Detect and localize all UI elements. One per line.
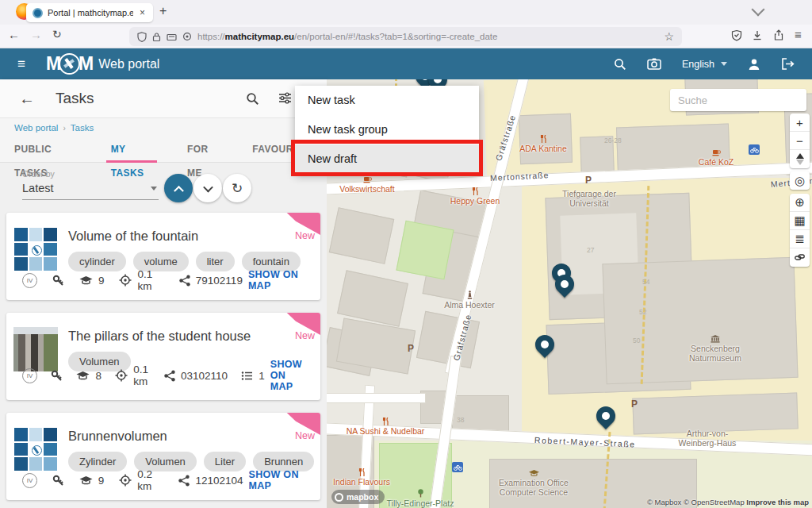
parking-marker: P [631, 398, 638, 410]
sort-ascending-button[interactable] [164, 174, 193, 202]
location-permission-icon[interactable] [182, 32, 192, 41]
parking-marker: P [585, 175, 592, 186]
back-arrow-button[interactable]: ← [19, 90, 35, 108]
show-on-map-link[interactable]: SHOW ON MAP [249, 469, 311, 491]
show-on-map-link[interactable]: SHOW ON MAP [270, 359, 311, 392]
refresh-button[interactable]: ↻ [223, 174, 251, 202]
breadcrumb-current-link[interactable]: Tasks [71, 123, 94, 133]
mcm-logo[interactable]: M M Web portal [46, 53, 159, 75]
poi-label: SenckenbergNaturmuseum [668, 335, 763, 363]
key-icon [51, 370, 63, 382]
lock-icon[interactable] [152, 32, 161, 42]
order-caret-icon [151, 187, 157, 190]
header-search-icon[interactable] [614, 58, 626, 71]
mapbox-logo[interactable]: mapbox [331, 490, 385, 504]
poi-label: Indian Flavours [328, 468, 395, 487]
layers-button[interactable]: ≣ [790, 230, 810, 248]
task-card[interactable]: New Volume of the fountain cylinder volu… [6, 213, 320, 300]
key-icon [52, 275, 64, 287]
bookmark-star-icon[interactable]: ☆ [664, 30, 674, 43]
cafe-icon [712, 149, 721, 156]
tab-my-tasks[interactable]: MY TASKS [100, 137, 163, 163]
annotation-highlight-box [291, 140, 483, 176]
language-selector[interactable]: English [682, 59, 727, 70]
cafe-icon [363, 176, 372, 183]
tab-public-tasks[interactable]: PUBLIC TASKS [0, 137, 86, 163]
zoom-out-button[interactable]: − [790, 132, 810, 150]
browser-menu-icon[interactable]: ≡ [795, 28, 802, 41]
pocket-shield-icon[interactable] [731, 29, 742, 41]
tab-title: Portal | mathcitymap.eu [48, 8, 133, 17]
browser-navbar: ← → ↻ https://mathcitymap.eu/en/portal-e… [0, 25, 812, 48]
panel-search-icon[interactable] [246, 92, 259, 106]
difficulty-level-badge: IV [22, 368, 37, 383]
locate-button[interactable]: ◎ [790, 171, 810, 190]
grade-value: 9 [98, 275, 105, 287]
grade-value: 9 [98, 475, 105, 487]
attribution-osm[interactable]: © OpenStreetMap [684, 498, 745, 506]
difficulty-level-badge: IV [22, 273, 37, 288]
container-icon[interactable] [167, 33, 177, 41]
browser-tab[interactable]: Portal | mathcitymap.eu × [26, 3, 153, 22]
new-tab-button[interactable]: + [159, 4, 167, 18]
compass-logo-icon [59, 53, 80, 75]
distance-value: 0.1 km [137, 268, 164, 292]
grade-cap-icon [79, 275, 93, 286]
sort-descending-button[interactable] [193, 174, 222, 202]
attribution-improve-link[interactable]: Improve this map [746, 498, 809, 506]
header-camera-icon[interactable] [647, 58, 661, 70]
buildings-button[interactable]: ▦ [790, 212, 810, 230]
task-code: 03102110 [181, 370, 228, 382]
url-bar[interactable]: https://mathcitymap.eu/en/portal-en/#!/t… [129, 27, 682, 46]
app-header: ≡ M M Web portal English [0, 48, 812, 79]
attribution-mapbox[interactable]: © Mapbox [647, 498, 681, 506]
compass-button[interactable] [790, 150, 810, 168]
task-card[interactable]: New The pillars of the student house Vol… [6, 313, 320, 400]
order-by-select[interactable]: Latest [22, 182, 159, 200]
site-favicon [33, 8, 43, 18]
tab-close-icon[interactable]: × [138, 7, 147, 18]
zoom-in-button[interactable]: + [790, 114, 810, 132]
account-icon[interactable] [748, 58, 760, 71]
map-locate-control: ◎ [790, 171, 810, 190]
distance-target-icon [115, 369, 128, 382]
menu-item-new-task[interactable]: New task [295, 86, 479, 115]
restaurant-icon [540, 135, 547, 143]
key-icon [52, 475, 64, 487]
bicycle-parking-icon [452, 462, 463, 472]
logout-icon[interactable] [781, 58, 795, 70]
tab-list-chevron-icon[interactable] [752, 3, 765, 17]
poi-label: Arthur-von-Weinberg-Haus [660, 429, 755, 448]
chevron-down-icon [203, 182, 213, 192]
share-export-icon[interactable] [773, 29, 784, 41]
restaurant-icon [358, 468, 366, 476]
globe-button[interactable]: ⊕ [790, 194, 810, 212]
mapbox-logo-icon [335, 493, 343, 502]
shield-icon[interactable] [137, 32, 147, 42]
breadcrumb-home-link[interactable]: Web portal [14, 123, 58, 133]
refresh-icon: ↻ [232, 180, 243, 197]
map-park [396, 221, 454, 280]
distance-target-icon [119, 474, 132, 487]
task-card[interactable]: New Brunnenvolumen Zylinder Volumen Lite… [6, 413, 320, 500]
filter-tune-icon[interactable] [278, 92, 292, 106]
url-text: https://mathcitymap.eu/en/portal-en/#!/t… [197, 32, 658, 41]
poi-label: Tiefgarage derUniversität [552, 189, 626, 208]
reload-button[interactable]: ↻ [52, 28, 62, 40]
restaurant-icon [472, 187, 479, 195]
compass-south-icon [796, 160, 804, 165]
tab-for-me[interactable]: FOR ME [176, 137, 230, 163]
downloads-icon[interactable] [752, 29, 763, 41]
restaurant-icon [382, 418, 389, 425]
sidebar-menu-icon[interactable]: ≡ [17, 56, 25, 72]
link-button[interactable] [790, 248, 810, 267]
statue-icon [467, 291, 473, 299]
map-search-input[interactable] [670, 89, 806, 111]
show-on-map-link[interactable]: SHOW ON MAP [248, 269, 311, 291]
forward-button[interactable]: → [30, 28, 42, 41]
back-button[interactable]: ← [8, 28, 20, 41]
distance-value: 0.1 km [133, 364, 151, 387]
bicycle-parking-icon [749, 144, 760, 155]
task-title: Volume of the fountain [68, 229, 301, 244]
grade-value: 8 [95, 370, 102, 382]
